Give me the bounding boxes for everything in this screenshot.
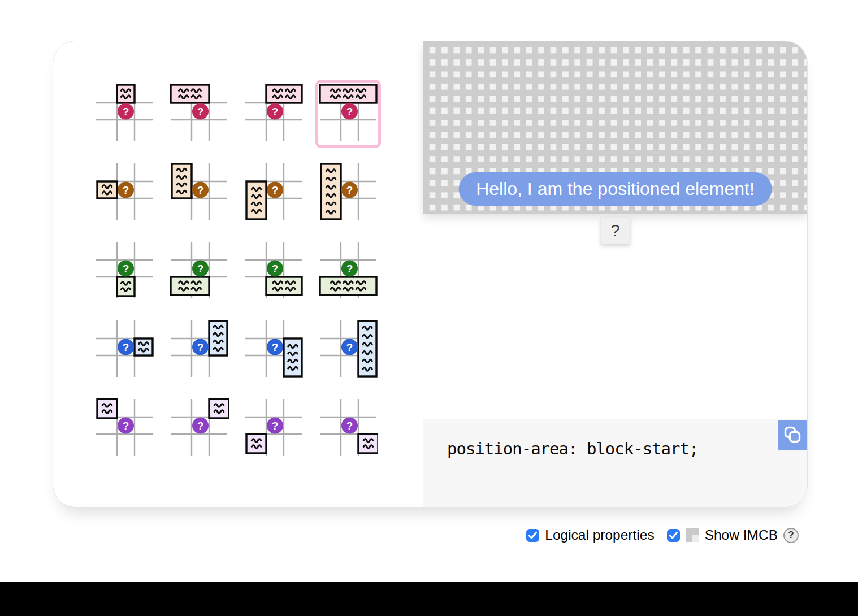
tile-block-end-span-inline-end[interactable]: ? (241, 237, 306, 305)
imcb-checkerboard-overlay: Hello, I am the positioned element! (423, 41, 807, 214)
tile-inline-start-span-block-start[interactable]: ? (166, 158, 232, 227)
position-area-option-grid: ? ? ? ? ? (92, 80, 381, 462)
svg-text:?: ? (197, 263, 204, 275)
tile-inline-start-span-block-end[interactable]: ? (241, 158, 306, 227)
svg-text:?: ? (346, 263, 353, 275)
svg-text:?: ? (197, 184, 204, 196)
svg-text:?: ? (346, 341, 353, 353)
svg-text:?: ? (346, 106, 353, 118)
show-imcb-checkbox[interactable] (667, 529, 680, 542)
checkmark-icon (528, 532, 537, 539)
svg-text:?: ? (123, 184, 129, 196)
bottom-letterbox (0, 582, 858, 616)
options-bar: Logical properties Show IMCB ? (526, 527, 799, 543)
svg-text:?: ? (123, 341, 129, 353)
checkmark-icon (669, 532, 678, 539)
css-declaration: position-area: block-start; (447, 439, 698, 458)
preview-panel: Hello, I am the positioned element! ? po… (423, 41, 807, 507)
tile-block-start-span-inline-start[interactable]: ? (166, 80, 232, 148)
tile-inline-end-span-all[interactable]: ? (315, 315, 381, 384)
svg-text:?: ? (272, 106, 279, 118)
tile-block-start-inline-start[interactable]: ? (92, 394, 157, 462)
svg-text:?: ? (197, 106, 204, 118)
svg-text:?: ? (197, 420, 204, 432)
copy-button[interactable] (778, 420, 807, 450)
svg-text:?: ? (346, 184, 353, 196)
tile-block-end-span-inline-start[interactable]: ? (166, 237, 232, 305)
tile-inline-end[interactable]: ? (92, 315, 157, 384)
tile-block-start-inline-end[interactable]: ? (166, 394, 232, 462)
tile-block-start-span-all[interactable]: ? (315, 80, 381, 148)
tile-block-end-inline-start[interactable]: ? (241, 394, 306, 462)
svg-text:?: ? (272, 420, 279, 432)
svg-text:?: ? (272, 184, 279, 196)
svg-text:?: ? (272, 341, 279, 353)
svg-text:?: ? (123, 420, 129, 432)
logical-properties-checkbox[interactable] (526, 529, 539, 542)
show-imcb-label: Show IMCB (705, 527, 778, 543)
svg-text:?: ? (346, 420, 353, 432)
position-area-demo-card: ? ? ? ? ? (53, 41, 808, 507)
tile-inline-end-span-block-start[interactable]: ? (166, 315, 232, 384)
imcb-swatch-icon (686, 528, 699, 542)
tile-block-end-span-all[interactable]: ? (315, 237, 381, 305)
svg-text:?: ? (197, 341, 204, 353)
tile-block-end[interactable]: ? (92, 237, 157, 305)
tile-block-start[interactable]: ? (92, 80, 157, 148)
copy-icon (783, 426, 802, 445)
svg-text:?: ? (123, 106, 129, 118)
tile-inline-end-span-block-end[interactable]: ? (241, 315, 306, 384)
logical-properties-label: Logical properties (545, 527, 654, 543)
svg-text:?: ? (123, 263, 129, 275)
code-output-panel: position-area: block-start; (423, 419, 807, 507)
tile-inline-start-span-all[interactable]: ? (315, 158, 381, 227)
help-icon[interactable]: ? (783, 528, 799, 543)
tile-inline-start[interactable]: ? (92, 158, 157, 227)
anchor-element[interactable]: ? (601, 218, 630, 244)
svg-text:?: ? (272, 263, 279, 275)
positioned-element: Hello, I am the positioned element! (458, 172, 772, 206)
tile-block-end-inline-end[interactable]: ? (315, 394, 381, 462)
tile-block-start-span-inline-end[interactable]: ? (241, 80, 306, 148)
